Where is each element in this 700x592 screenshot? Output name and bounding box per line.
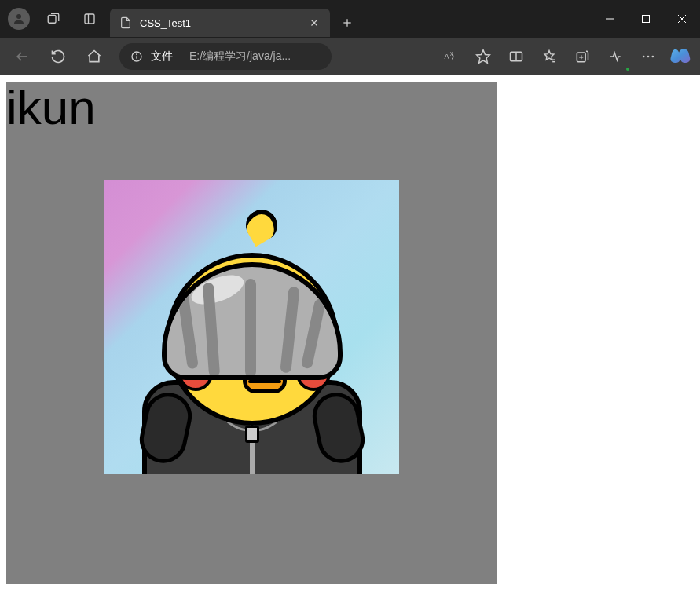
workspaces-icon[interactable] bbox=[41, 6, 66, 31]
svg-text:A: A bbox=[445, 53, 450, 60]
titlebar: CSS_Test1 bbox=[0, 0, 700, 38]
svg-text:)): )) bbox=[450, 51, 453, 56]
window-controls bbox=[592, 2, 700, 35]
new-tab-button[interactable] bbox=[333, 9, 361, 37]
svg-point-28 bbox=[647, 56, 650, 58]
page-content: ikun bbox=[0, 75, 700, 592]
close-button[interactable] bbox=[664, 2, 700, 35]
page-heading: ikun bbox=[6, 82, 497, 132]
collections-button[interactable] bbox=[566, 41, 598, 72]
performance-button[interactable] bbox=[599, 41, 631, 72]
maximize-button[interactable] bbox=[628, 2, 664, 35]
url-prefix: 文件 bbox=[151, 49, 173, 64]
url-divider bbox=[181, 50, 181, 63]
minimize-button[interactable] bbox=[592, 2, 628, 35]
refresh-button[interactable] bbox=[42, 41, 74, 72]
svg-rect-9 bbox=[643, 16, 650, 23]
more-button[interactable] bbox=[632, 41, 664, 72]
file-icon bbox=[119, 16, 132, 29]
copilot-button[interactable] bbox=[665, 42, 694, 71]
tab-close-button[interactable] bbox=[305, 13, 324, 32]
favorite-button[interactable] bbox=[467, 41, 499, 72]
svg-point-15 bbox=[137, 54, 137, 55]
home-button[interactable] bbox=[79, 41, 110, 72]
image bbox=[104, 180, 399, 474]
browser-tab[interactable]: CSS_Test1 bbox=[110, 9, 330, 37]
favorites-list-button[interactable] bbox=[533, 41, 565, 72]
info-icon[interactable] bbox=[130, 50, 143, 63]
svg-point-0 bbox=[16, 14, 21, 19]
svg-marker-18 bbox=[477, 50, 490, 64]
svg-point-27 bbox=[643, 56, 645, 58]
svg-rect-1 bbox=[48, 16, 56, 24]
toolbar: 文件 E:/编程学习/java/ja... A)) bbox=[0, 38, 700, 75]
address-bar[interactable]: 文件 E:/编程学习/java/ja... bbox=[119, 43, 332, 70]
back-button[interactable] bbox=[6, 41, 38, 72]
tab-actions-icon[interactable] bbox=[77, 6, 102, 31]
svg-rect-2 bbox=[85, 14, 94, 24]
url-path: E:/编程学习/java/ja... bbox=[189, 49, 291, 64]
read-aloud-button[interactable]: A)) bbox=[434, 41, 466, 72]
tab-title: CSS_Test1 bbox=[140, 17, 297, 29]
split-screen-button[interactable] bbox=[500, 41, 532, 72]
profile-avatar[interactable] bbox=[8, 8, 30, 30]
status-dot-icon bbox=[626, 68, 629, 71]
svg-point-29 bbox=[652, 56, 654, 58]
svg-marker-21 bbox=[544, 51, 554, 60]
titlebar-left bbox=[0, 6, 102, 31]
content-container: ikun bbox=[6, 82, 497, 584]
